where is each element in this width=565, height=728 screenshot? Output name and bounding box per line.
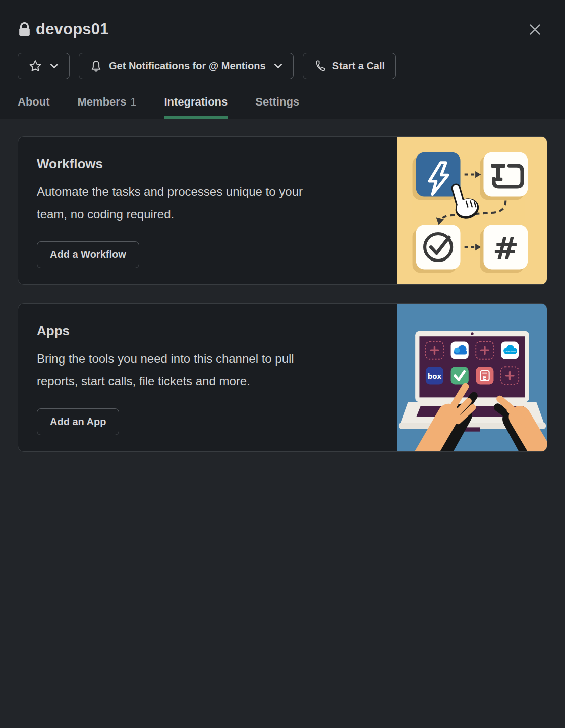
workflows-description: Automate the tasks and processes unique …	[37, 181, 329, 225]
note-e-icon: E	[476, 367, 493, 384]
card-workflows: Workflows Automate the tasks and process…	[18, 136, 547, 285]
tab-settings[interactable]: Settings	[255, 87, 299, 119]
close-icon	[528, 23, 542, 36]
tab-integrations[interactable]: Integrations	[164, 87, 228, 119]
star-icon	[29, 60, 42, 73]
check-circle-icon	[416, 225, 461, 270]
tab-about[interactable]: About	[18, 87, 50, 119]
box-icon: box	[426, 367, 443, 384]
svg-text:salesforce: salesforce	[505, 350, 516, 353]
apps-illustration: salesforce box E	[397, 304, 547, 451]
add-app-button[interactable]: Add an App	[37, 408, 119, 435]
notifications-button-label: Get Notifications for @ Mentions	[109, 60, 266, 72]
onedrive-icon	[451, 342, 469, 359]
svg-text:E: E	[483, 375, 486, 381]
channel-details-header: devops01	[0, 0, 565, 119]
tab-bar: About Members1 Integrations Settings	[18, 87, 544, 119]
chevron-down-icon	[274, 63, 282, 69]
start-call-button[interactable]: Start a Call	[303, 53, 396, 79]
tab-members[interactable]: Members1	[78, 87, 137, 119]
star-channel-button[interactable]	[18, 53, 70, 79]
bell-icon	[90, 60, 102, 72]
members-count: 1	[130, 95, 136, 108]
svg-text:#: #	[493, 230, 519, 266]
close-button[interactable]	[526, 21, 544, 38]
svg-text:box: box	[428, 373, 442, 380]
check-icon	[451, 367, 469, 384]
add-workflow-button[interactable]: Add a Workflow	[37, 241, 139, 268]
salesforce-icon: salesforce	[501, 342, 519, 359]
apps-description: Bring the tools you need into this chann…	[37, 348, 329, 392]
integrations-panel: Workflows Automate the tasks and process…	[0, 119, 565, 452]
text-field-icon	[483, 152, 528, 197]
workflows-illustration: #	[397, 137, 547, 284]
page-title: devops01	[36, 20, 109, 38]
lock-icon	[18, 22, 31, 37]
workflows-title: Workflows	[37, 156, 382, 172]
phone-icon	[314, 60, 326, 72]
start-call-button-label: Start a Call	[332, 60, 385, 72]
notifications-button[interactable]: Get Notifications for @ Mentions	[79, 53, 294, 79]
apps-title: Apps	[37, 323, 382, 339]
chevron-down-icon	[50, 63, 59, 69]
card-apps: Apps Bring the tools you need into this …	[18, 303, 547, 452]
hash-icon: #	[483, 225, 528, 270]
